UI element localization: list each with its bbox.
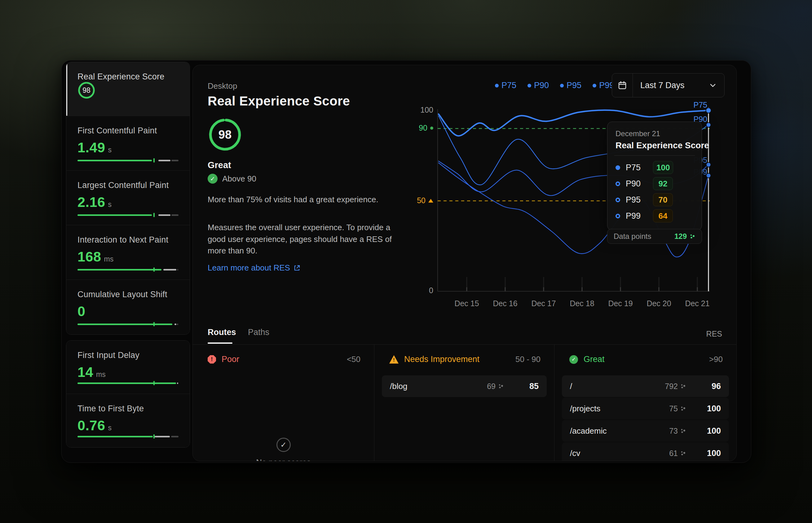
tooltip-date: December 21 bbox=[616, 129, 694, 138]
learn-more-link[interactable]: Learn more about RES bbox=[208, 263, 301, 273]
date-range-label: Last 7 Days bbox=[633, 80, 709, 90]
route-score: 100 bbox=[700, 449, 721, 458]
x-axis-label: Dec 15 bbox=[448, 299, 485, 308]
route-row[interactable]: /cv 61 100 bbox=[562, 443, 729, 461]
sidebar-item-ttfb[interactable]: Time to First Byte 0.76s bbox=[66, 394, 190, 447]
poor-empty-text: No poor scores bbox=[256, 457, 310, 461]
sidebar-item-inp[interactable]: Interaction to Next Paint 168ms bbox=[66, 225, 190, 280]
legend-item-p95[interactable]: P95 bbox=[560, 80, 581, 90]
sidebar-item-lcp[interactable]: Largest Contentful Paint 2.16s bbox=[66, 170, 190, 225]
threshold-row: ✓ Above 90 bbox=[208, 174, 256, 184]
series-dot-icon bbox=[616, 165, 620, 170]
series-dot-icon bbox=[616, 214, 620, 218]
column-needs-improvement: ! Needs Improvement 50 - 90 /blog 69 85 bbox=[374, 345, 554, 461]
chart-legend: P75 P90 P95 P99 bbox=[495, 80, 614, 90]
route-samples: 75 bbox=[669, 404, 678, 413]
external-link-icon bbox=[293, 264, 301, 272]
legend-label: P90 bbox=[534, 80, 549, 90]
x-axis-label: Dec 17 bbox=[525, 299, 562, 308]
tooltip-series-value: 100 bbox=[653, 161, 673, 174]
score-ring: 98 bbox=[77, 81, 95, 99]
device-label: Desktop bbox=[208, 81, 237, 91]
route-path: /academic bbox=[570, 426, 669, 436]
score-value: 98 bbox=[77, 81, 95, 99]
data-points-pill: Data points 129 bbox=[607, 229, 702, 244]
route-row[interactable]: /projects 75 100 bbox=[562, 398, 729, 419]
score-value-large: 98 bbox=[208, 117, 242, 152]
y-axis-label-90: 90 bbox=[397, 124, 433, 132]
metric-value: 168 bbox=[77, 249, 101, 265]
main-panel: Desktop Real Experience Score 98 Great ✓… bbox=[192, 65, 737, 461]
date-range-picker[interactable]: Last 7 Days bbox=[612, 73, 724, 97]
route-samples: 61 bbox=[669, 449, 678, 458]
threshold-note: Above 90 bbox=[222, 174, 256, 184]
route-row[interactable]: /academic 73 100 bbox=[562, 420, 729, 442]
route-score: 100 bbox=[700, 426, 721, 436]
x-axis-label: Dec 19 bbox=[602, 299, 639, 308]
speed-insights-screen: { "colors":{"accent_green":"#3ecf5f","va… bbox=[0, 0, 812, 523]
needs-improvement-range: 50 - 90 bbox=[515, 355, 541, 364]
score-ring-large: 98 bbox=[208, 117, 242, 152]
column-great: ✓ Great >90 / 792 96 /projects 75 100 /a… bbox=[554, 345, 736, 461]
x-axis-label: Dec 21 bbox=[679, 299, 716, 308]
active-tab-underline bbox=[208, 342, 232, 344]
tooltip-row-p75: P75 100 bbox=[616, 159, 694, 176]
sidebar-item-cls[interactable]: Cumulative Layout Shift 0 bbox=[66, 280, 190, 335]
metric-value: 1.49 bbox=[77, 140, 106, 156]
sidebar-item-real-experience-score[interactable]: Real Experience Score 98 bbox=[66, 62, 190, 116]
metric-value: 2.16 bbox=[77, 194, 106, 210]
metric-unit: s bbox=[108, 146, 112, 154]
poor-range: <50 bbox=[347, 355, 360, 364]
route-score: 96 bbox=[700, 381, 721, 391]
metric-gauge bbox=[77, 213, 178, 217]
route-path: /projects bbox=[570, 404, 669, 414]
poor-empty-state: ✓ No poor scores bbox=[193, 438, 374, 461]
legend-item-p90[interactable]: P90 bbox=[528, 80, 549, 90]
metric-gauge bbox=[77, 158, 178, 163]
metric-unit: ms bbox=[104, 255, 114, 263]
metric-unit: ms bbox=[96, 371, 106, 379]
legend-item-p75[interactable]: P75 bbox=[495, 80, 516, 90]
legend-dot-icon bbox=[560, 84, 564, 88]
sidebar-metrics-group: Real Experience Score 98 First Contentfu… bbox=[66, 62, 190, 335]
divider bbox=[554, 345, 554, 461]
sidebar-item-fid[interactable]: First Input Delay 14ms bbox=[66, 341, 190, 394]
poor-label: Poor bbox=[222, 355, 239, 364]
route-samples: 792 bbox=[665, 382, 678, 391]
samples-dots-icon bbox=[680, 383, 686, 389]
series-dot-icon bbox=[616, 198, 620, 202]
divider bbox=[374, 345, 374, 461]
y-axis-label-0: 0 bbox=[397, 286, 433, 295]
great-range: >90 bbox=[709, 355, 723, 364]
x-axis-label: Dec 20 bbox=[640, 299, 678, 308]
route-path: / bbox=[570, 381, 665, 391]
metric-value: 0 bbox=[77, 303, 86, 320]
tooltip-series-value: 92 bbox=[653, 177, 673, 190]
chevron-down-icon bbox=[709, 81, 724, 89]
data-points-label: Data points bbox=[613, 232, 651, 241]
chart-tooltip: December 21 Real Experience Score P75 10… bbox=[607, 122, 702, 231]
poor-threshold-triangle-icon bbox=[428, 199, 433, 202]
tooltip-row-p99: P99 64 bbox=[616, 208, 694, 224]
tab-routes[interactable]: Routes bbox=[208, 328, 236, 337]
y-axis-label-100: 100 bbox=[397, 106, 433, 114]
legend-item-p99[interactable]: P99 bbox=[592, 80, 614, 90]
legend-label: P75 bbox=[502, 80, 516, 90]
metric-title: Interaction to Next Paint bbox=[77, 235, 168, 245]
summary-text: More than 75% of visits had a great expe… bbox=[208, 195, 378, 204]
tab-paths[interactable]: Paths bbox=[248, 328, 269, 337]
column-poor: ! Poor <50 ✓ No poor scores bbox=[193, 345, 374, 461]
description-text: Measures the overall user experience. To… bbox=[208, 222, 403, 257]
route-row[interactable]: /blog 69 85 bbox=[382, 375, 547, 397]
learn-more-label: Learn more about RES bbox=[208, 263, 290, 273]
route-row[interactable]: / 792 96 bbox=[562, 375, 729, 397]
tooltip-title: Real Experience Score bbox=[616, 141, 694, 150]
tooltip-series-name: P75 bbox=[626, 163, 653, 173]
app-window: Real Experience Score 98 First Contentfu… bbox=[61, 60, 751, 463]
sidebar-item-fcp[interactable]: First Contentful Paint 1.49s bbox=[66, 116, 190, 170]
metric-title: First Contentful Paint bbox=[77, 126, 157, 136]
metric-value: 14 bbox=[77, 364, 93, 380]
metric-title: Time to First Byte bbox=[77, 404, 144, 414]
route-samples: 73 bbox=[669, 427, 678, 435]
legend-label: P95 bbox=[567, 80, 581, 90]
